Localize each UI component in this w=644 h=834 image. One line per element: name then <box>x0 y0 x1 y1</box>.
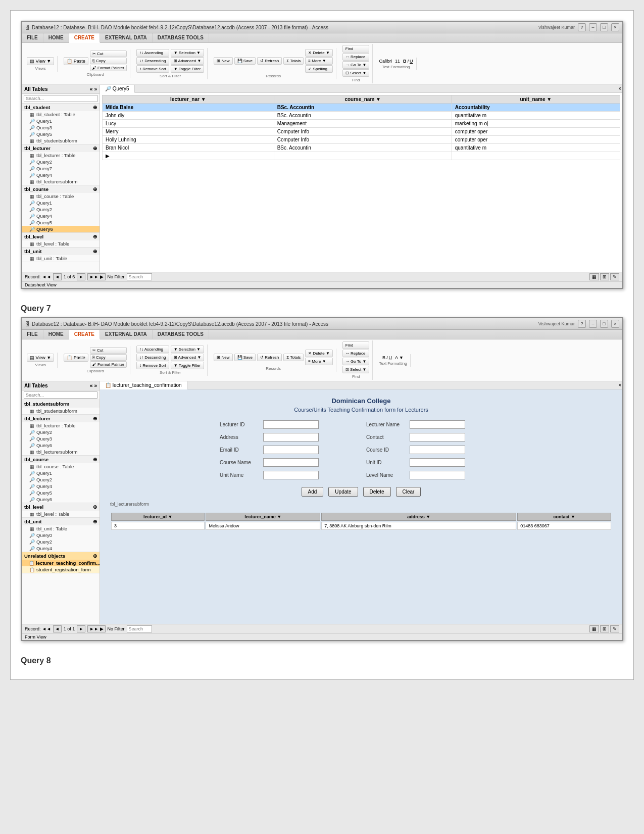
minimize-btn-2[interactable]: – <box>589 320 597 328</box>
sidebar-item-tbl-level-1[interactable]: ▦ tbl_level : Table <box>22 240 100 247</box>
views-btn-2[interactable]: ▤ View ▼ <box>27 354 54 362</box>
sidebar-item-q2-unit-2[interactable]: 🔎 Query2 <box>22 538 100 545</box>
sidebar-item-query1-course-1[interactable]: 🔎 Query1 <box>22 200 100 206</box>
tab-create-1[interactable]: CREATE <box>69 33 100 43</box>
sidebar-item-studentsubform-1[interactable]: ▦ tbl_studentsubform <box>22 137 100 144</box>
goto-btn-1[interactable]: → Go To ▼ <box>342 61 370 69</box>
save-btn-2[interactable]: 💾 Save <box>234 354 256 361</box>
subform-col-name[interactable]: lecturer_name ▼ <box>206 513 320 521</box>
design-view-btn-2[interactable]: ✎ <box>610 625 619 632</box>
toggle-filter-btn-2[interactable]: ▼ Toggle Filter <box>171 362 205 369</box>
nav-search-2[interactable] <box>127 625 152 632</box>
toggle-filter-btn-1[interactable]: ▼ Toggle Filter <box>171 65 205 73</box>
section-lecturer-header-1[interactable]: tbl_lecturer⊕ <box>22 144 100 152</box>
input-level-name[interactable] <box>410 471 465 479</box>
sidebar-item-tbl-unit-1[interactable]: ▦ tbl_unit : Table <box>22 255 100 262</box>
tab-file-2[interactable]: FILE <box>22 330 43 339</box>
sidebar-item-query3-lec-2[interactable]: 🔎 Query3 <box>22 435 100 442</box>
input-email-id[interactable] <box>263 446 319 454</box>
clear-button[interactable]: Clear <box>396 487 421 497</box>
col-header-course[interactable]: course_nam ▼ <box>274 95 452 104</box>
sidebar-item-q4-course-2[interactable]: 🔎 Query4 <box>22 483 100 489</box>
cut-btn-1[interactable]: ✂ Cut <box>90 51 127 57</box>
ascending-btn-1[interactable]: ↑↓ Ascending <box>136 49 169 57</box>
format-painter-btn-1[interactable]: 🖌 Format Painter <box>90 65 127 71</box>
input-lecturer-id[interactable] <box>263 420 319 429</box>
selection-btn-2[interactable]: ▼ Selection ▼ <box>171 346 205 353</box>
last-btn-2[interactable]: ►► ▶ <box>87 625 105 632</box>
col-header-unit[interactable]: unit_name ▼ <box>452 95 620 104</box>
sidebar-item-tbl-course-2[interactable]: ▦ tbl_course : Table <box>22 463 100 470</box>
sidebar-item-q0-unit-2[interactable]: 🔎 Query0 <box>22 532 100 538</box>
input-lecturer-name[interactable] <box>410 420 465 429</box>
maximize-btn-2[interactable]: □ <box>600 320 608 328</box>
search-box-2[interactable] <box>22 390 100 400</box>
goto-btn-2[interactable]: → Go To ▼ <box>342 358 370 365</box>
input-contact[interactable] <box>410 433 465 441</box>
more-btn-1[interactable]: ≡ More ▼ <box>305 57 333 65</box>
tab-file-1[interactable]: FILE <box>22 33 43 42</box>
section-level-header-2[interactable]: tbl_level⊕ <box>22 503 100 511</box>
sidebar-toggle-1[interactable]: « » <box>90 86 97 92</box>
tab-home-2[interactable]: HOME <box>43 330 69 339</box>
refresh-btn-2[interactable]: ↺ Refresh <box>257 354 282 361</box>
format-painter-btn-2[interactable]: 🖌 Format Painter <box>90 361 127 368</box>
sidebar-item-lecturer-form-2[interactable]: 📋 lecturer_teaching_confirm... <box>22 560 100 566</box>
delete-btn-2[interactable]: ✕ Delete ▼ <box>305 350 333 357</box>
minimize-btn-1[interactable]: – <box>589 23 597 31</box>
close-tab-1[interactable]: × <box>618 86 621 91</box>
descending-btn-2[interactable]: ↓↑ Descending <box>136 354 169 361</box>
help-btn-1[interactable]: ? <box>578 23 586 31</box>
sidebar-item-tbl-course-1[interactable]: ▦ tbl_course : Table <box>22 193 100 200</box>
update-button[interactable]: Update <box>328 487 358 497</box>
descending-btn-1[interactable]: ↓↑ Descending <box>136 57 169 65</box>
input-unit-id[interactable] <box>410 458 465 467</box>
sidebar-item-tbl-lecturer-1[interactable]: ▦ tbl_lecturer : Table <box>22 152 100 159</box>
new-btn-1[interactable]: ⊞ New <box>214 57 232 65</box>
pivot-view-btn-1[interactable]: ⊞ <box>600 273 609 280</box>
next-btn-2[interactable]: ► <box>77 625 85 632</box>
totals-btn-2[interactable]: Σ Totals <box>283 354 304 361</box>
tab-create-2[interactable]: CREATE <box>69 330 100 339</box>
section-unit-header-2[interactable]: tbl_unit⊕ <box>22 518 100 525</box>
nav-search-1[interactable] <box>127 273 152 280</box>
sidebar-item-query1-student-1[interactable]: 🔎 Query1 <box>22 118 100 124</box>
new-btn-2[interactable]: ⊞ New <box>214 354 232 361</box>
ascending-btn-2[interactable]: ↑↓ Ascending <box>136 346 169 353</box>
tab-external-1[interactable]: EXTERNAL DATA <box>100 33 153 42</box>
tab-external-2[interactable]: EXTERNAL DATA <box>100 330 153 339</box>
col-header-lecturer[interactable]: lecturer_nar ▼ <box>103 95 274 104</box>
sidebar-item-query6-lec-2[interactable]: 🔎 Query6 <box>22 442 100 449</box>
subform-col-address[interactable]: address ▼ <box>321 513 516 521</box>
tab-home-1[interactable]: HOME <box>43 33 69 42</box>
subform-col-id[interactable]: lecturer_id ▼ <box>111 513 205 521</box>
remove-sort-btn-2[interactable]: ↕ Remove Sort <box>136 362 169 369</box>
delete-btn-1[interactable]: ✕ Delete ▼ <box>305 49 333 57</box>
tab-dbtools-1[interactable]: DATABASE TOOLS <box>153 33 209 42</box>
find-btn-2[interactable]: Find <box>342 341 370 349</box>
content-tab-query5-1[interactable]: 🔎 Query5 <box>100 85 135 93</box>
find-btn-1[interactable]: Find <box>342 45 370 53</box>
totals-btn-1[interactable]: Σ Totals <box>283 57 304 65</box>
sidebar-item-query2-course-1[interactable]: 🔎 Query2 <box>22 206 100 213</box>
paste-btn-1[interactable]: 📋 Paste <box>64 57 88 65</box>
copy-btn-2[interactable]: ⎘ Copy <box>90 354 127 361</box>
design-view-btn-1[interactable]: ✎ <box>610 273 619 280</box>
input-unit-name[interactable] <box>263 471 319 479</box>
add-button[interactable]: Add <box>302 487 324 497</box>
search-input-2[interactable] <box>24 391 97 399</box>
sidebar-item-q1-course-2[interactable]: 🔎 Query1 <box>22 470 100 476</box>
sidebar-item-tbl-student-1[interactable]: ▦ tbl_student : Table <box>22 111 100 118</box>
sidebar-item-studentsubform-2[interactable]: ▦ tbl_studentsubform <box>22 408 100 414</box>
prev-btn-1[interactable]: ◄ <box>53 273 62 280</box>
sidebar-item-query2-lec-2[interactable]: 🔎 Query2 <box>22 429 100 435</box>
advanced-btn-1[interactable]: ⊞ Advanced ▼ <box>171 57 205 65</box>
sidebar-item-tbl-unit-2[interactable]: ▦ tbl_unit : Table <box>22 525 100 532</box>
sidebar-item-tbl-lecturer-2[interactable]: ▦ tbl_lecturer : Table <box>22 422 100 429</box>
search-input-1[interactable] <box>24 95 97 102</box>
more-btn-2[interactable]: ≡ More ▼ <box>305 358 333 365</box>
last-btn-1[interactable]: ►► ▶ <box>87 273 105 280</box>
section-level-header-1[interactable]: tbl_level⊕ <box>22 233 100 240</box>
copy-btn-1[interactable]: ⎘ Copy <box>90 58 127 64</box>
delete-button[interactable]: Delete <box>363 487 391 497</box>
